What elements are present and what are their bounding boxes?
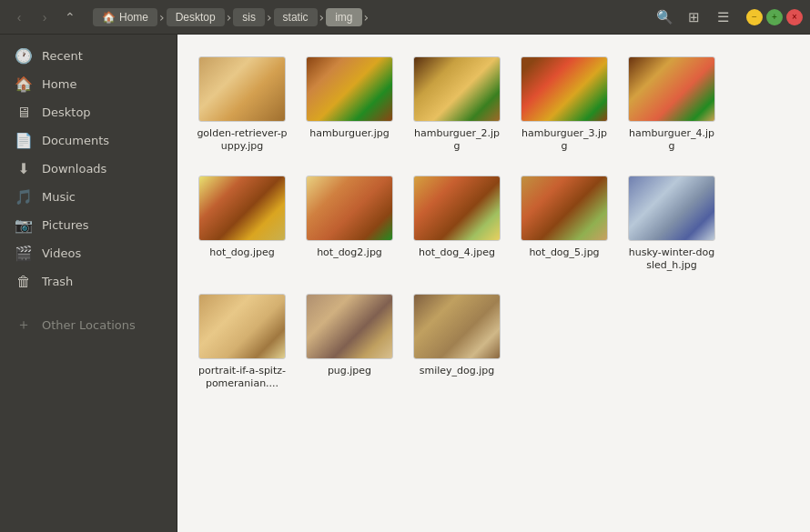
- file-item[interactable]: hamburguer_3.jpg: [514, 49, 614, 161]
- file-thumbnail: [306, 294, 393, 359]
- sidebar-item-videos-label: Videos: [42, 246, 81, 260]
- file-thumbnail: [521, 56, 608, 122]
- documents-icon: 📄: [15, 132, 33, 149]
- breadcrumb-sep-5: ›: [364, 10, 370, 25]
- breadcrumb-img[interactable]: img: [326, 8, 361, 26]
- file-item[interactable]: golden-retriever-puppy.jpg: [192, 49, 292, 161]
- sidebar-item-pictures[interactable]: 📷 Pictures: [0, 211, 177, 239]
- minimize-button[interactable]: −: [746, 9, 763, 25]
- file-thumbnail: [413, 294, 501, 359]
- nav-buttons: ‹ › ⌃: [7, 5, 82, 29]
- file-browser-content: golden-retriever-puppy.jpghamburguer.jpg…: [177, 35, 810, 532]
- menu-button[interactable]: ☰: [710, 5, 735, 30]
- file-thumbnail: [413, 176, 501, 241]
- file-name: husky-winter-dogsled_h.jpg: [626, 246, 717, 273]
- breadcrumb-home[interactable]: 🏠 Home: [93, 8, 157, 26]
- breadcrumb: 🏠 Home › Desktop › sis › static › img ›: [93, 8, 641, 26]
- file-thumbnail: [628, 176, 715, 241]
- file-item[interactable]: pug.jpeg: [299, 286, 400, 398]
- file-name: hot_dog_4.jpeg: [419, 246, 495, 259]
- nav-forward-button[interactable]: ›: [33, 5, 56, 29]
- file-name: hot_dog.jpeg: [209, 246, 275, 259]
- file-item[interactable]: hot_dog_4.jpeg: [407, 168, 507, 280]
- file-thumbnail: [413, 56, 501, 122]
- breadcrumb-sis-label: sis: [242, 11, 256, 24]
- sidebar-item-trash-label: Trash: [42, 275, 73, 288]
- breadcrumb-sep-4: ›: [319, 10, 325, 25]
- sidebar-item-music[interactable]: 🎵 Music: [0, 183, 177, 211]
- file-item[interactable]: husky-winter-dogsled_h.jpg: [622, 168, 722, 280]
- downloads-icon: ⬇: [15, 160, 33, 177]
- breadcrumb-static[interactable]: static: [274, 8, 318, 26]
- file-name: hot_dog_5.jpg: [529, 246, 599, 259]
- music-icon: 🎵: [15, 188, 33, 206]
- maximize-button[interactable]: +: [766, 9, 783, 25]
- window-controls: − + ×: [746, 9, 803, 25]
- file-grid: golden-retriever-puppy.jpghamburguer.jpg…: [192, 49, 795, 398]
- file-item[interactable]: hot_dog2.jpg: [299, 168, 400, 280]
- sidebar-item-home[interactable]: 🏠 Home: [0, 70, 177, 98]
- file-thumbnail: [198, 294, 286, 359]
- titlebar: ‹ › ⌃ 🏠 Home › Desktop › sis › static › …: [0, 0, 810, 35]
- file-thumbnail: [521, 176, 608, 241]
- file-thumbnail: [198, 56, 286, 122]
- view-toggle-button[interactable]: ⊞: [681, 5, 706, 30]
- home-sidebar-icon: 🏠: [15, 75, 33, 93]
- file-name: golden-retriever-puppy.jpg: [197, 127, 288, 154]
- sidebar-item-recent[interactable]: 🕐 Recent: [0, 42, 177, 70]
- desktop-icon: 🖥: [15, 104, 33, 121]
- breadcrumb-desktop[interactable]: Desktop: [167, 8, 225, 26]
- file-thumbnail: [306, 176, 393, 241]
- file-item[interactable]: portrait-if-a-spitz-pomeranian....: [192, 286, 292, 398]
- file-name: hamburguer_2.jpg: [411, 127, 502, 154]
- recent-icon: 🕐: [15, 47, 33, 65]
- file-item[interactable]: hot_dog_5.jpg: [514, 168, 614, 280]
- toolbar-actions: 🔍 ⊞ ☰: [652, 5, 735, 30]
- breadcrumb-sis[interactable]: sis: [233, 8, 265, 26]
- sidebar-item-videos[interactable]: 🎬 Videos: [0, 239, 177, 267]
- sidebar-item-desktop[interactable]: 🖥 Desktop: [0, 98, 177, 126]
- sidebar-item-documents[interactable]: 📄 Documents: [0, 126, 177, 155]
- file-thumbnail: [628, 56, 715, 122]
- file-name: hamburguer.jpg: [309, 127, 389, 140]
- sidebar-item-trash[interactable]: 🗑 Trash: [0, 267, 177, 296]
- file-item[interactable]: smiley_dog.jpg: [407, 286, 507, 398]
- file-name: portrait-if-a-spitz-pomeranian....: [197, 365, 288, 391]
- breadcrumb-sep-1: ›: [159, 10, 165, 25]
- add-icon: ＋: [15, 316, 33, 335]
- sidebar-item-recent-label: Recent: [42, 49, 83, 63]
- sidebar-item-desktop-label: Desktop: [42, 105, 91, 119]
- file-name: hamburguer_3.jpg: [519, 127, 610, 154]
- nav-back-button[interactable]: ‹: [7, 5, 31, 29]
- file-name: hot_dog2.jpg: [317, 246, 382, 259]
- breadcrumb-desktop-label: Desktop: [176, 11, 216, 24]
- file-thumbnail: [306, 56, 393, 122]
- file-item[interactable]: hot_dog.jpeg: [192, 168, 292, 280]
- sidebar-item-pictures-label: Pictures: [42, 218, 88, 232]
- file-item[interactable]: hamburguer.jpg: [299, 49, 400, 161]
- trash-icon: 🗑: [15, 273, 33, 290]
- sidebar-item-music-label: Music: [42, 190, 76, 204]
- sidebar-item-other-locations[interactable]: ＋ Other Locations: [0, 310, 177, 340]
- search-button[interactable]: 🔍: [652, 5, 677, 30]
- file-name: pug.jpeg: [328, 365, 371, 377]
- breadcrumb-static-label: static: [283, 11, 309, 24]
- pictures-icon: 📷: [15, 216, 33, 234]
- videos-icon: 🎬: [15, 245, 33, 262]
- sidebar-item-downloads-label: Downloads: [42, 162, 106, 176]
- sidebar-item-downloads[interactable]: ⬇ Downloads: [0, 155, 177, 183]
- sidebar-item-home-label: Home: [42, 77, 76, 91]
- home-icon: 🏠: [102, 11, 116, 24]
- breadcrumb-sep-3: ›: [267, 10, 272, 25]
- other-locations-label: Other Locations: [42, 318, 136, 332]
- file-item[interactable]: hamburguer_2.jpg: [407, 49, 507, 161]
- file-name: smiley_dog.jpg: [420, 365, 495, 377]
- nav-up-button[interactable]: ⌃: [58, 5, 82, 29]
- breadcrumb-sep-2: ›: [227, 10, 232, 25]
- file-item[interactable]: hamburguer_4.jpg: [622, 49, 722, 161]
- sidebar: 🕐 Recent 🏠 Home 🖥 Desktop 📄 Documents ⬇ …: [0, 35, 177, 532]
- close-button[interactable]: ×: [786, 9, 803, 25]
- main-container: 🕐 Recent 🏠 Home 🖥 Desktop 📄 Documents ⬇ …: [0, 35, 810, 532]
- breadcrumb-home-label: Home: [119, 11, 148, 24]
- file-thumbnail: [198, 176, 286, 241]
